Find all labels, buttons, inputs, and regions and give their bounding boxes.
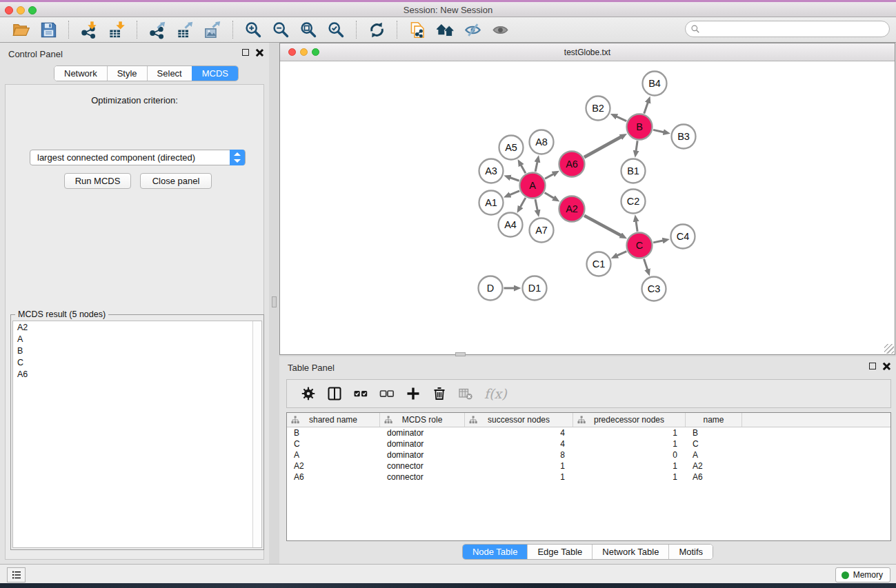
tab-mcds[interactable]: MCDS <box>192 66 238 81</box>
save-session-icon[interactable] <box>37 19 60 41</box>
graph-edge-A-A5[interactable] <box>521 165 525 173</box>
column-header-shared-name[interactable]: shared name <box>287 413 380 427</box>
graph-node-label: B4 <box>648 78 661 89</box>
mcds-result-item[interactable]: A2 <box>13 321 261 333</box>
graph-edge-A2-C[interactable] <box>584 216 621 236</box>
mcds-result-item[interactable]: B <box>13 345 261 356</box>
graph-node-label: A4 <box>504 219 517 230</box>
graph-edge-A-A3[interactable] <box>510 178 519 181</box>
export-table-icon[interactable] <box>173 19 197 41</box>
open-folder-icon[interactable] <box>9 19 32 41</box>
graph-edge-B-B4[interactable] <box>644 103 648 114</box>
graph-edge-C-C1[interactable] <box>617 252 627 256</box>
zoom-fit-icon[interactable] <box>297 19 320 41</box>
close-panel-icon[interactable] <box>255 48 263 57</box>
splitter-handle-vertical[interactable] <box>272 296 277 307</box>
close-table-panel-icon[interactable] <box>882 362 890 370</box>
toolbar-separator <box>137 21 137 39</box>
table-cell: C <box>287 438 380 449</box>
import-table-icon[interactable] <box>105 19 128 41</box>
table-row[interactable]: A2connector11A2 <box>287 460 890 472</box>
table-cell: dominator <box>380 449 465 460</box>
graph-node-label: B1 <box>627 165 639 176</box>
refresh-layout-icon[interactable] <box>365 19 388 41</box>
deselect-all-rows-icon[interactable] <box>375 382 399 405</box>
table-row[interactable]: A6connector11A6 <box>287 472 890 483</box>
home-icon[interactable] <box>433 19 457 41</box>
select-all-rows-icon[interactable] <box>349 382 372 405</box>
table-row[interactable]: Adominator80A <box>287 449 890 460</box>
mcds-result-item[interactable]: A6 <box>13 368 261 380</box>
graph-edge-B-B1[interactable] <box>636 141 637 150</box>
column-header-successor-nodes[interactable]: successor nodes <box>465 413 573 427</box>
export-network-icon[interactable] <box>146 19 169 41</box>
graph-edge-C-C3[interactable] <box>644 258 647 270</box>
graph-node-label: C3 <box>648 283 661 294</box>
column-header-predecessor-nodes[interactable]: predecessor nodes <box>573 413 686 427</box>
memory-label: Memory <box>853 570 883 580</box>
show-graphics-details-icon[interactable] <box>488 19 512 41</box>
graph-edge-A-A8[interactable] <box>535 162 537 172</box>
search-field[interactable] <box>685 21 890 37</box>
zoom-selected-icon[interactable] <box>324 19 348 41</box>
table-row[interactable]: Cdominator41C <box>287 438 890 449</box>
memory-button[interactable]: Memory <box>835 567 890 582</box>
table-toolbar: f(x) <box>286 379 891 408</box>
network-window-titlebar[interactable]: testGlobe.txt <box>280 43 895 61</box>
tab-select[interactable]: Select <box>147 66 192 81</box>
graph-edge-A6-B[interactable] <box>584 137 621 157</box>
network-window-title: testGlobe.txt <box>280 48 895 57</box>
run-mcds-button[interactable]: Run MCDS <box>64 173 131 189</box>
settings-gear-icon[interactable] <box>297 382 320 405</box>
graph-edge-A-A1[interactable] <box>510 191 519 195</box>
show-task-history-button[interactable] <box>7 567 26 582</box>
tab-node-table[interactable]: Node Table <box>463 545 528 559</box>
graph-edge-A-A2[interactable] <box>545 193 554 199</box>
graph-edge-A-A4[interactable] <box>520 198 526 207</box>
show-columns-icon[interactable] <box>323 382 346 405</box>
network-document-icon[interactable] <box>406 19 429 41</box>
graph-edge-A-A6[interactable] <box>545 174 553 179</box>
graph-node-label: A5 <box>505 142 517 153</box>
window-resize-grip[interactable] <box>884 344 894 354</box>
add-column-icon[interactable] <box>401 382 425 405</box>
graph-edge-C-C4[interactable] <box>653 241 663 243</box>
close-panel-button[interactable]: Close panel <box>140 173 212 189</box>
function-builder-icon[interactable]: f(x) <box>484 386 507 401</box>
float-table-panel-icon[interactable] <box>869 363 876 369</box>
graph-edge-B-B3[interactable] <box>653 130 664 132</box>
table-panel-title: Table Panel <box>288 363 335 373</box>
table-tabs: Node Table Edge Table Network Table Moti… <box>279 544 896 560</box>
network-canvas[interactable]: AA1A2A3A4A5A6A7A8BB1B2B3B4CC1C2C3C4DD1 <box>280 61 895 354</box>
delete-column-icon[interactable] <box>428 382 451 405</box>
scrollbar-track[interactable] <box>252 321 261 547</box>
table-cell: B <box>287 427 380 438</box>
table-row[interactable]: Bdominator41B <box>287 427 890 438</box>
table-cell: 0 <box>573 449 686 460</box>
float-panel-icon[interactable] <box>242 49 249 56</box>
dropdown-stepper-icon[interactable] <box>230 150 245 165</box>
mcds-result-item[interactable]: C <box>13 356 261 368</box>
toolbar-separator <box>68 21 69 39</box>
column-header-MCDS-role[interactable]: MCDS role <box>380 413 465 427</box>
graph-edge-B-B2[interactable] <box>617 116 626 121</box>
tab-edge-table[interactable]: Edge Table <box>527 545 592 559</box>
column-header-name[interactable]: name <box>686 413 742 427</box>
tab-style[interactable]: Style <box>107 66 147 81</box>
mcds-result-item[interactable]: A <box>13 333 261 345</box>
graph-edge-A-A7[interactable] <box>535 199 537 210</box>
zoom-in-icon[interactable] <box>241 19 265 41</box>
tab-motifs[interactable]: Motifs <box>668 545 713 559</box>
delete-table-icon[interactable] <box>454 382 477 405</box>
optimization-criterion-dropdown[interactable]: largest connected component (directed) <box>30 150 246 165</box>
tab-network[interactable]: Network <box>54 66 107 81</box>
search-input[interactable] <box>700 22 889 36</box>
import-network-icon[interactable] <box>77 19 101 41</box>
graph-edge-C-C2[interactable] <box>636 221 637 231</box>
toolbar-separator <box>356 21 357 39</box>
tab-network-table[interactable]: Network Table <box>592 545 668 559</box>
hide-graphics-details-icon[interactable] <box>461 19 484 41</box>
table-cell: B <box>686 427 742 438</box>
export-image-icon[interactable] <box>201 19 224 41</box>
zoom-out-icon[interactable] <box>269 19 292 41</box>
